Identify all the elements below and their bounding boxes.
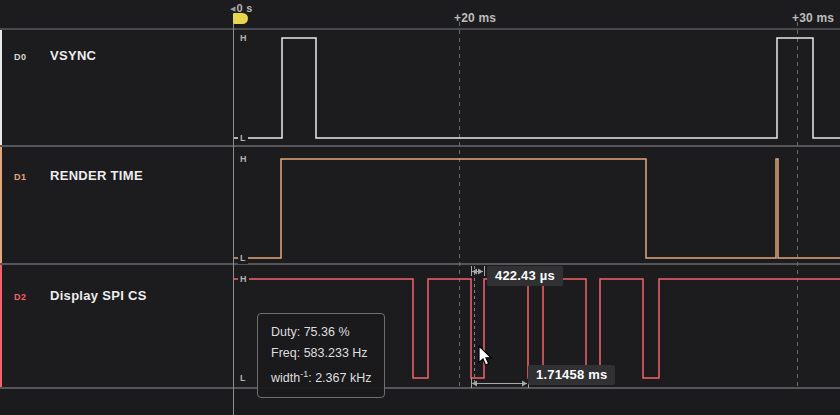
pulse-width-measurement-label[interactable]: 422.43 µs	[487, 266, 563, 286]
level-low-label: L	[238, 252, 248, 264]
trace-d0	[234, 38, 840, 138]
level-low-label: L	[238, 372, 248, 384]
level-high-label: H	[238, 32, 249, 44]
waveform-canvas[interactable]	[0, 0, 840, 415]
period-arrow-arrowhead	[522, 381, 527, 387]
level-high-label: H	[238, 153, 249, 165]
period-measurement-label[interactable]: 1.71458 ms	[528, 365, 615, 385]
tooltip-duty: Duty: 75.36 %	[271, 322, 371, 343]
level-low-label: L	[238, 132, 248, 144]
measurement-tooltip: Duty: 75.36 % Freq: 583.233 Hz width-1: …	[257, 313, 385, 398]
width-arrow-arrowhead	[478, 269, 483, 275]
level-high-label: H	[238, 273, 249, 285]
trace-d1	[234, 159, 840, 258]
tooltip-width-inverse: width-1: 2.367 kHz	[271, 364, 371, 389]
mouse-cursor-icon	[478, 345, 494, 367]
tooltip-freq: Freq: 583.233 Hz	[271, 343, 371, 364]
